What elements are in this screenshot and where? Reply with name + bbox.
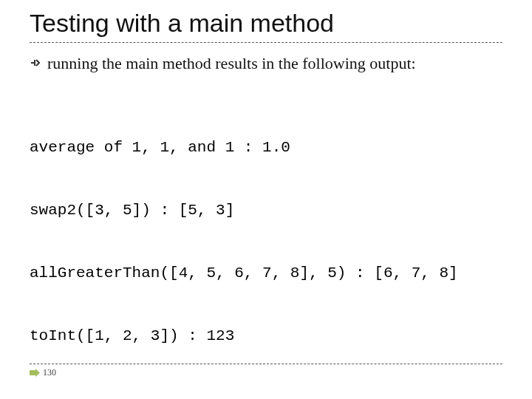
svg-marker-2 [30,369,40,377]
code-output: average of 1, 1, and 1 : 1.0 swap2([3, 5… [0,74,532,389]
code-line: toInt([1, 2, 3]) : 123 [30,326,502,347]
footer-row: 130 [30,367,502,378]
title-block: Testing with a main method [0,0,532,43]
code-line: swap2([3, 5]) : [5, 3] [30,200,502,221]
page-number: 130 [43,367,56,378]
bullet-item: running the main method results in the f… [30,53,502,74]
bullet-text: running the main method results in the f… [47,53,416,74]
body-block: running the main method results in the f… [0,43,532,74]
bullet-icon [30,58,40,71]
page-title: Testing with a main method [30,9,502,38]
slide: Testing with a main method running the m… [0,0,532,399]
footer: 130 [30,364,502,378]
code-line: allGreaterThan([4, 5, 6, 7, 8], 5) : [6,… [30,263,502,284]
arrow-icon [30,369,40,377]
code-line: average of 1, 1, and 1 : 1.0 [30,137,502,158]
footer-divider [30,364,502,364]
